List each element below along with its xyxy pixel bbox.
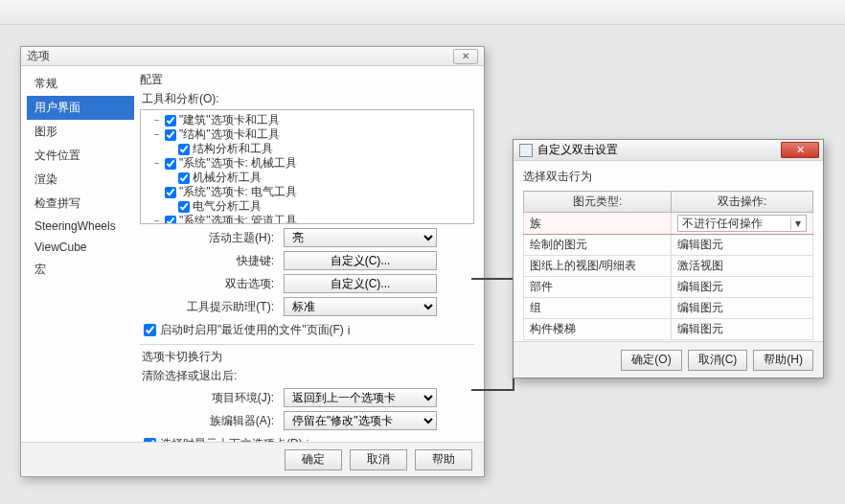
table-row[interactable]: 图纸上的视图/明细表 激活视图 bbox=[524, 256, 813, 277]
expander-icon[interactable]: − bbox=[152, 127, 162, 142]
tooltip-asst-select[interactable]: 标准 bbox=[284, 297, 437, 316]
expander-icon[interactable]: − bbox=[152, 156, 162, 171]
tabswitch-section-title: 选项卡切换行为 bbox=[142, 349, 474, 365]
sidebar-item-viewcube[interactable]: ViewCube bbox=[27, 237, 134, 258]
info-icon[interactable]: i bbox=[348, 324, 351, 337]
tooltip-asst-label: 工具提示助理(T): bbox=[140, 299, 284, 315]
options-help-button[interactable]: 帮助 bbox=[415, 449, 472, 470]
dblclick-titlebar[interactable]: 自定义双击设置 ✕ bbox=[514, 140, 823, 161]
dblclick-title: 自定义双击设置 bbox=[537, 142, 618, 158]
dblclick-footer: 确定(O) 取消(C) 帮助(H) bbox=[514, 341, 823, 378]
tree-checkbox[interactable] bbox=[165, 129, 176, 141]
recent-files-checkbox[interactable] bbox=[144, 324, 156, 336]
config-heading: 配置 bbox=[140, 72, 474, 88]
options-main: 配置 工具和分析(O): −"建筑"选项卡和工具 −"结构"选项卡和工具 结构分… bbox=[134, 66, 484, 442]
tree-checkbox[interactable] bbox=[165, 187, 176, 198]
tree-checkbox[interactable] bbox=[165, 216, 176, 225]
fam-editor-select[interactable]: 停留在"修改"选项卡 bbox=[284, 411, 437, 430]
cell-type: 组 bbox=[524, 298, 672, 319]
shortcuts-label: 快捷键: bbox=[140, 253, 284, 269]
shortcuts-customize-button[interactable]: 自定义(C)... bbox=[284, 251, 437, 270]
dblclick-section-label: 选择双击行为 bbox=[523, 169, 813, 185]
col-element-type[interactable]: 图元类型: bbox=[524, 192, 672, 213]
proj-env-select[interactable]: 返回到上一个选项卡 bbox=[284, 388, 437, 407]
dblclick-label: 双击选项: bbox=[140, 276, 284, 292]
options-dialog: 选项 ✕ 常规 用户界面 图形 文件位置 渲染 检查拼写 SteeringWhe… bbox=[20, 46, 485, 477]
table-row[interactable]: 绘制的图元 编辑图元 bbox=[524, 235, 813, 256]
cell-action: 编辑图元 bbox=[672, 319, 813, 340]
sidebar-item-spellcheck[interactable]: 检查拼写 bbox=[27, 192, 134, 216]
tree-checkbox[interactable] bbox=[178, 144, 190, 155]
window-icon bbox=[519, 144, 533, 157]
tools-analysis-label: 工具和分析(O): bbox=[142, 91, 474, 107]
tree-checkbox[interactable] bbox=[165, 115, 176, 126]
cell-type: 部件 bbox=[524, 277, 672, 298]
dblclick-dialog: 自定义双击设置 ✕ 选择双击行为 图元类型: 双击操作: 族 不进行任何操作 ▾ bbox=[513, 139, 824, 378]
tree-label: "结构"选项卡和工具 bbox=[179, 127, 280, 142]
tools-tree[interactable]: −"建筑"选项卡和工具 −"结构"选项卡和工具 结构分析和工具 −"系统"选项卡… bbox=[140, 109, 474, 224]
cell-action: 激活视图 bbox=[672, 256, 813, 277]
table-row[interactable]: 构件楼梯 编辑图元 bbox=[524, 319, 813, 340]
cell-type: 图纸上的视图/明细表 bbox=[524, 256, 672, 277]
tree-checkbox[interactable] bbox=[178, 172, 190, 184]
sidebar-item-steeringwheels[interactable]: SteeringWheels bbox=[27, 216, 134, 237]
cell-action: 编辑图元 bbox=[672, 298, 813, 319]
expander-icon[interactable]: − bbox=[152, 214, 162, 224]
tree-label: "建筑"选项卡和工具 bbox=[179, 113, 280, 127]
options-title: 选项 bbox=[27, 48, 50, 64]
cell-type: 构件楼梯 bbox=[524, 319, 672, 340]
dblclick-help-button[interactable]: 帮助(H) bbox=[753, 350, 813, 371]
dblclick-customize-button[interactable]: 自定义(C)... bbox=[284, 274, 437, 293]
col-action[interactable]: 双击操作: bbox=[672, 192, 813, 213]
options-sidebar: 常规 用户界面 图形 文件位置 渲染 检查拼写 SteeringWheels V… bbox=[21, 66, 134, 442]
tree-label: "系统"选项卡: 电气工具 bbox=[179, 185, 297, 199]
options-titlebar[interactable]: 选项 ✕ bbox=[21, 47, 484, 66]
app-toolbar bbox=[0, 0, 845, 25]
tree-label: "系统"选项卡: 机械工具 bbox=[179, 156, 297, 171]
recent-files-label: 启动时启用"最近使用的文件"页面(F) bbox=[160, 322, 344, 338]
tree-label: 电气分析工具 bbox=[193, 199, 262, 214]
sidebar-item-file-locations[interactable]: 文件位置 bbox=[27, 144, 134, 168]
proj-env-label: 项目环境(J): bbox=[140, 390, 284, 406]
sidebar-item-render[interactable]: 渲染 bbox=[27, 168, 134, 192]
tree-label: 结构分析和工具 bbox=[193, 142, 273, 156]
dblclick-table: 图元类型: 双击操作: 族 不进行任何操作 ▾ 绘制的图元 编辑图元 bbox=[523, 191, 813, 340]
active-theme-label: 活动主题(H): bbox=[140, 230, 284, 246]
tree-checkbox[interactable] bbox=[165, 158, 176, 170]
table-row[interactable]: 部件 编辑图元 bbox=[524, 277, 813, 298]
dblclick-close-button[interactable]: ✕ bbox=[781, 142, 819, 158]
action-value: 不进行任何操作 bbox=[682, 216, 763, 232]
table-row[interactable]: 组 编辑图元 bbox=[524, 298, 813, 319]
sidebar-item-graphics[interactable]: 图形 bbox=[27, 120, 134, 144]
dblclick-cancel-button[interactable]: 取消(C) bbox=[688, 350, 748, 371]
expander-icon[interactable]: − bbox=[152, 113, 162, 127]
tabswitch-sub-title: 清除选择或退出后: bbox=[142, 368, 474, 384]
cell-action: 编辑图元 bbox=[672, 235, 813, 256]
tree-label: "系统"选项卡: 管道工具 bbox=[179, 214, 297, 224]
options-footer: 确定 取消 帮助 bbox=[21, 442, 484, 476]
cell-type: 族 bbox=[524, 213, 672, 235]
options-ok-button[interactable]: 确定 bbox=[285, 449, 342, 470]
options-close-button[interactable]: ✕ bbox=[453, 49, 478, 64]
dblclick-ok-button[interactable]: 确定(O) bbox=[621, 350, 681, 371]
action-combo[interactable]: 不进行任何操作 ▾ bbox=[677, 215, 807, 232]
cell-type: 绘制的图元 bbox=[524, 235, 672, 256]
table-row[interactable]: 族 不进行任何操作 ▾ bbox=[524, 213, 813, 235]
tree-label: 机械分析工具 bbox=[193, 171, 262, 185]
sidebar-item-macros[interactable]: 宏 bbox=[27, 258, 134, 282]
options-cancel-button[interactable]: 取消 bbox=[350, 449, 407, 470]
fam-editor-label: 族编辑器(A): bbox=[140, 413, 284, 429]
active-theme-select[interactable]: 亮 bbox=[284, 228, 437, 247]
chevron-down-icon[interactable]: ▾ bbox=[790, 217, 804, 230]
cell-action: 编辑图元 bbox=[672, 277, 813, 298]
sidebar-item-ui[interactable]: 用户界面 bbox=[27, 96, 134, 120]
callout-connector bbox=[471, 278, 514, 391]
sidebar-item-general[interactable]: 常规 bbox=[27, 72, 134, 96]
tree-checkbox[interactable] bbox=[178, 201, 190, 213]
